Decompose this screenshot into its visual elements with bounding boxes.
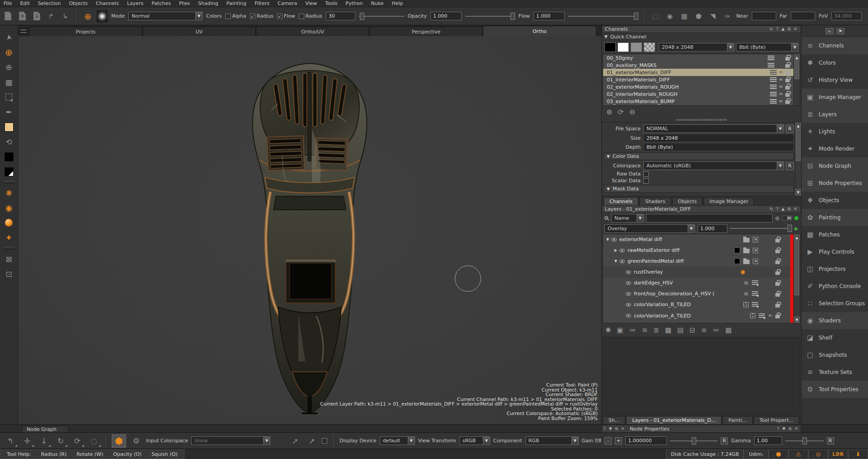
bake-buffer-icon[interactable]: ⊡: [2, 266, 16, 281]
menu-tools[interactable]: Tools: [325, 0, 337, 6]
mask-stack-icon[interactable]: [753, 248, 758, 253]
collapse-triangle-icon[interactable]: ▼: [604, 34, 608, 39]
scroll-up-icon[interactable]: ▲: [795, 123, 801, 129]
add-resource-icon[interactable]: ✚: [2, 230, 16, 245]
layer-visibility-eye[interactable]: [626, 270, 631, 274]
scroll-up-icon[interactable]: ▲: [794, 54, 800, 61]
layer-caret[interactable]: ▼: [605, 237, 610, 241]
sidebar-item-tool-properties[interactable]: ⚙Tool Properties: [802, 381, 868, 398]
unlock-icon[interactable]: [775, 315, 780, 318]
sidebar-item-projectors[interactable]: ◫Projectors: [802, 260, 868, 278]
channels-panel-header[interactable]: Channels ↻ ? ▲ ⧉ ✕: [602, 25, 801, 33]
layer-row[interactable]: colorVariation_B_TILED: [603, 299, 800, 310]
layer-stack-icon[interactable]: [752, 280, 758, 285]
path-out-icon[interactable]: ↳: [60, 10, 71, 22]
unlock-icon[interactable]: [785, 57, 790, 61]
filter-dropdown[interactable]: Name▼: [611, 214, 644, 222]
mask-shape-icon[interactable]: ⬟: [693, 10, 704, 22]
menu-camera[interactable]: Camera: [278, 0, 297, 6]
gain-slider[interactable]: [670, 440, 717, 441]
gamma-reset-button[interactable]: R: [827, 437, 834, 445]
tab-perspective[interactable]: Perspective: [369, 27, 483, 36]
sidebar-item-channels[interactable]: ≡Channels: [802, 37, 868, 54]
eraser-tool-icon[interactable]: ⊕: [2, 60, 16, 75]
layer-row[interactable]: front/top_Descoloration_A_HSV ( ≋: [603, 289, 800, 299]
channel-row[interactable]: 02_interiorMaterials_ROUGH ∞: [603, 90, 800, 98]
sidebar-item-painting[interactable]: ✿Painting: [802, 209, 868, 226]
select-tool-icon[interactable]: ➤: [2, 30, 16, 45]
rotate-icon[interactable]: ↻: [54, 435, 67, 447]
tab-ortho[interactable]: Ortho: [483, 26, 596, 36]
gain-minus-button[interactable]: -: [604, 437, 612, 445]
expand-all-icon[interactable]: »: [826, 28, 834, 34]
menu-objects[interactable]: Objects: [69, 0, 88, 6]
resolution-dropdown[interactable]: 2048 x 2048▼: [659, 43, 734, 52]
link-icon[interactable]: ∞: [779, 70, 783, 75]
sidebar-item-image-manager[interactable]: ▣Image Manager: [802, 89, 868, 106]
display-device-dropdown[interactable]: default▼: [380, 436, 415, 445]
node-properties-header[interactable]: ? ▼ ⧉ ✕ Node Properties ? ▼ ⧉ ✕: [601, 425, 801, 433]
layer-row[interactable]: ▼ exteriorMetal diff: [603, 234, 800, 245]
layer-row[interactable]: darkEdges_HSV ≋: [603, 278, 800, 289]
sidebar-item-texture-sets[interactable]: ≋Texture Sets: [802, 364, 868, 381]
sidebar-item-shaders[interactable]: ◉Shaders: [802, 312, 868, 329]
near-input[interactable]: [752, 12, 776, 20]
menu-patches[interactable]: Patches: [151, 0, 171, 6]
gamma-slider[interactable]: [785, 440, 824, 441]
undo-transform-icon[interactable]: ↰: [4, 435, 17, 447]
unlock-icon[interactable]: [775, 293, 780, 297]
menu-ptex[interactable]: Ptex: [179, 0, 190, 6]
add-adjustment-stack-icon[interactable]: ≣: [653, 326, 659, 334]
alpha-checkbox[interactable]: Alpha: [225, 13, 246, 19]
layer-search-input[interactable]: [646, 214, 773, 222]
panel-header-icons[interactable]: ? ▼ ⧉ ✕: [777, 426, 799, 431]
properties-scrollbar[interactable]: ▲ ▼: [795, 123, 801, 195]
sidebar-item-snapshots[interactable]: ▢Snapshots: [802, 346, 868, 364]
mask-stack-icon[interactable]: [753, 237, 758, 242]
link-icon[interactable]: ∞: [779, 85, 783, 89]
curve-lut-icon[interactable]: ➚: [288, 435, 302, 447]
menu-edit[interactable]: Edit: [20, 0, 29, 6]
channel-row-selected[interactable]: 01_exteriorMaterials_DIFF ∞: [603, 69, 800, 76]
paint-canvas[interactable]: Current Tool: Paint (P) Current Object: …: [18, 36, 601, 424]
unlock-icon[interactable]: [775, 304, 780, 308]
grey-swatch[interactable]: [631, 43, 642, 52]
add-adjustment-layer-icon[interactable]: ≋: [642, 326, 648, 334]
input-colorspace-dropdown[interactable]: linear▼: [191, 436, 270, 445]
layer-visibility-eye[interactable]: [626, 314, 631, 317]
panel-header-icons[interactable]: ↻ ? ▲ ⧉ ✕: [769, 27, 798, 32]
layer-stack-icon[interactable]: [752, 302, 758, 307]
drop-icon[interactable]: ↓: [37, 435, 51, 447]
layer-visibility-eye[interactable]: [619, 260, 625, 263]
flow-slider[interactable]: [568, 16, 638, 17]
blend-amount-input[interactable]: 1.000: [698, 224, 727, 233]
layer-list-scrollbar[interactable]: ▲ ▼: [793, 234, 800, 323]
sidebar-item-patches[interactable]: ▦Patches: [802, 226, 868, 243]
sidebar-item-node-properties[interactable]: ⊞Node Properties: [802, 175, 868, 192]
add-channel-icon[interactable]: ⊕: [606, 108, 612, 116]
paint-tool-icon[interactable]: ⊕: [2, 45, 16, 60]
blend-amount-slider[interactable]: [730, 228, 792, 229]
layer-caret[interactable]: ▶: [613, 248, 618, 252]
cache-icon[interactable]: [768, 56, 774, 61]
unlock-icon[interactable]: [775, 250, 780, 253]
tab-uv[interactable]: UV: [142, 27, 256, 36]
mode-dropdown[interactable]: Normal▼: [128, 12, 203, 20]
flow-input[interactable]: 1.000: [533, 12, 565, 20]
menu-view[interactable]: View: [305, 0, 317, 6]
add-graph-layer-icon[interactable]: ⊟: [689, 326, 695, 334]
tab-shaders-truncated[interactable]: Sh...: [603, 416, 625, 424]
blend-mode-dropdown[interactable]: Overlay▼: [604, 224, 695, 233]
paint-buffer-button[interactable]: ⬢: [112, 434, 126, 448]
tab-layers-truncated[interactable]: Layers - 01_exteriorMaterials_D...: [626, 416, 722, 424]
paint-target-icon[interactable]: ❋: [2, 185, 16, 200]
layer-swatch[interactable]: [734, 258, 740, 264]
layer-visibility-eye[interactable]: [626, 281, 631, 285]
mask-stack-icon[interactable]: [753, 259, 758, 264]
layer-visibility-eye[interactable]: [619, 249, 625, 252]
visibility-mask-icon[interactable]: ◉: [665, 10, 675, 22]
layers-panel-header[interactable]: Layers - 01_exteriorMaterials_DIFF ↻ ? ▲…: [602, 205, 801, 213]
add-group-icon[interactable]: ▤: [677, 326, 684, 334]
unlock-icon[interactable]: [775, 282, 780, 286]
link-icon[interactable]: ∞: [768, 313, 772, 318]
